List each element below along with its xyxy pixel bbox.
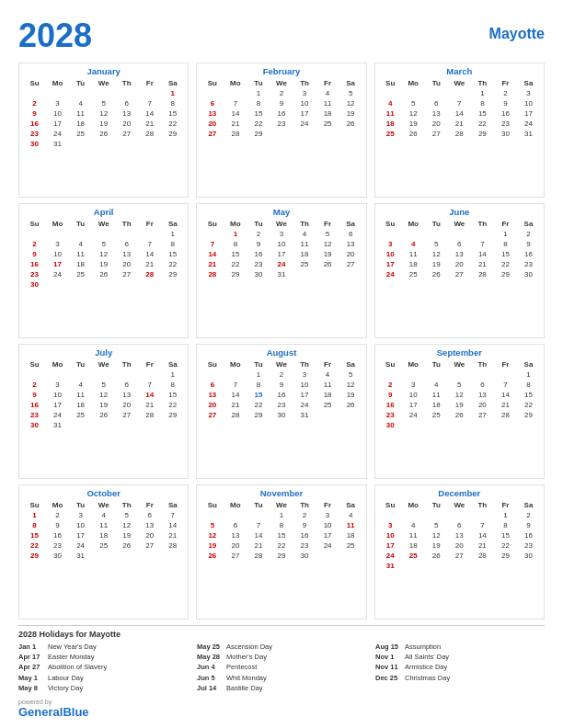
- cal-day: 20: [115, 259, 138, 269]
- cal-day: [402, 370, 425, 380]
- cal-day: 17: [517, 108, 540, 119]
- cal-day: 10: [46, 108, 69, 119]
- cal-day: 4: [339, 510, 362, 520]
- cal-day: [161, 279, 184, 290]
- cal-day: 19: [448, 400, 471, 410]
- cal-day: 18: [92, 530, 115, 540]
- cal-day: 15: [471, 108, 494, 119]
- month-block-march: MarchSuMoTuWeThFrSa123456789101112131415…: [374, 63, 545, 198]
- cal-day: 20: [201, 119, 224, 129]
- cal-day: 15: [494, 530, 517, 540]
- cal-day: 6: [201, 98, 224, 108]
- cal-day: [224, 370, 247, 380]
- cal-day: 9: [379, 390, 402, 400]
- cal-day: 5: [339, 88, 362, 98]
- cal-day: 15: [161, 390, 184, 400]
- cal-day: 15: [161, 108, 184, 119]
- holiday-date: Apr 17: [18, 652, 44, 662]
- holiday-name: Easter Monday: [48, 652, 94, 662]
- cal-day: 23: [270, 400, 293, 410]
- cal-day: 13: [448, 249, 471, 259]
- cal-day: 28: [471, 551, 494, 561]
- cal-day: 2: [270, 370, 293, 380]
- cal-day: 3: [517, 88, 540, 98]
- cal-day: 25: [69, 410, 92, 420]
- cal-day: 19: [92, 119, 115, 129]
- cal-day: 17: [402, 400, 425, 410]
- cal-day: 14: [448, 108, 471, 119]
- cal-day: 6: [115, 380, 138, 390]
- cal-day: [115, 139, 138, 149]
- cal-day: 15: [517, 390, 540, 400]
- cal-day: 22: [247, 119, 270, 129]
- cal-day: 30: [23, 420, 46, 430]
- month-title: November: [201, 488, 362, 498]
- cal-day: 22: [161, 119, 184, 129]
- cal-day: 20: [471, 400, 494, 410]
- cal-day: [448, 88, 471, 98]
- month-block-july: JulySuMoTuWeThFrSa1234567891011121314151…: [18, 344, 189, 479]
- cal-day: 16: [247, 249, 270, 259]
- cal-day: 7: [247, 520, 270, 530]
- cal-day: 1: [247, 370, 270, 380]
- cal-day: 11: [379, 108, 402, 119]
- cal-day: 5: [316, 229, 339, 239]
- cal-day: [379, 370, 402, 380]
- cal-day: 8: [247, 380, 270, 390]
- cal-day: 11: [316, 380, 339, 390]
- cal-day: 1: [471, 88, 494, 98]
- cal-day: 8: [517, 380, 540, 390]
- cal-day: 29: [161, 129, 184, 139]
- cal-table: SuMoTuWeThFrSa12345678910111213141516171…: [201, 78, 362, 139]
- cal-day: 25: [293, 259, 316, 269]
- cal-day: [448, 420, 471, 430]
- cal-day: 17: [46, 259, 69, 269]
- cal-day: 20: [115, 400, 138, 410]
- cal-day: [379, 510, 402, 520]
- cal-day: 17: [293, 390, 316, 400]
- cal-day: 5: [425, 520, 448, 530]
- cal-day: [425, 370, 448, 380]
- holiday-item: Nov 11Armistice Day: [375, 662, 545, 672]
- cal-day: 14: [224, 108, 247, 119]
- cal-day: 8: [270, 520, 293, 530]
- cal-day: 22: [23, 540, 46, 551]
- holiday-name: Christmas Day: [405, 673, 450, 683]
- holiday-item: Aug 15Assumption: [375, 642, 545, 652]
- cal-day: 6: [448, 239, 471, 249]
- cal-day: 22: [471, 119, 494, 129]
- cal-day: 25: [339, 540, 362, 551]
- cal-day: 23: [494, 119, 517, 129]
- cal-day: [448, 561, 471, 571]
- cal-day: 28: [224, 410, 247, 420]
- cal-day: 27: [471, 410, 494, 420]
- cal-day: 19: [425, 259, 448, 269]
- cal-day: 5: [92, 239, 115, 249]
- cal-day: 28: [448, 129, 471, 139]
- cal-day: 29: [23, 551, 46, 561]
- cal-day: 30: [494, 129, 517, 139]
- cal-day: 12: [425, 530, 448, 540]
- cal-day: 15: [161, 249, 184, 259]
- cal-day: [339, 410, 362, 420]
- holiday-item: May 28Mother's Day: [197, 652, 366, 662]
- holiday-date: Dec 25: [375, 673, 401, 683]
- cal-day: 15: [224, 249, 247, 259]
- cal-day: 2: [517, 229, 540, 239]
- cal-day: [402, 420, 425, 430]
- cal-day: 18: [316, 108, 339, 119]
- cal-day: 7: [138, 98, 161, 108]
- cal-day: [425, 561, 448, 571]
- cal-table: SuMoTuWeThFrSa12345678910111213141516171…: [23, 219, 184, 290]
- cal-day: 16: [379, 400, 402, 410]
- month-title: May: [201, 207, 362, 217]
- cal-day: [92, 88, 115, 98]
- cal-day: 16: [23, 259, 46, 269]
- cal-day: 13: [115, 249, 138, 259]
- cal-day: 10: [293, 98, 316, 108]
- cal-day: 20: [115, 119, 138, 129]
- cal-day: 24: [402, 410, 425, 420]
- cal-day: 18: [402, 540, 425, 551]
- cal-day: 9: [293, 520, 316, 530]
- cal-day: [402, 561, 425, 571]
